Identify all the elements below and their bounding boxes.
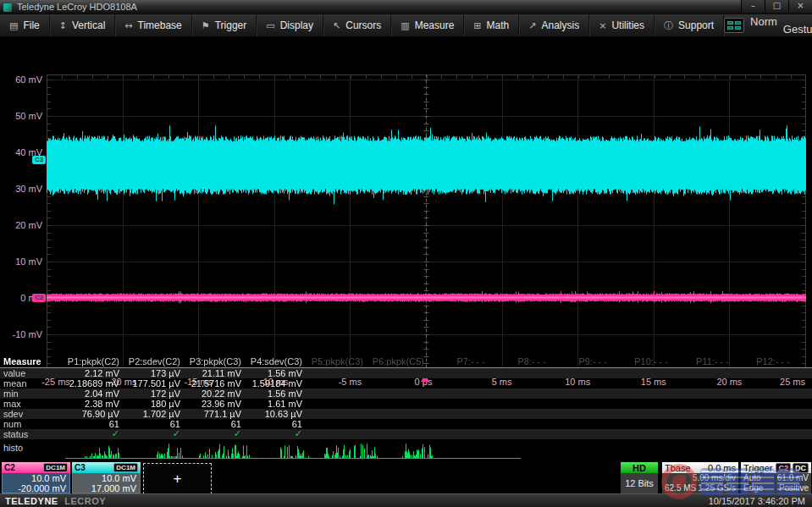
trigger-level: 61.0 mV <box>777 473 809 483</box>
close-icon[interactable]: × <box>788 0 812 13</box>
measure-cell <box>368 409 429 419</box>
measure-cell <box>429 368 490 378</box>
y-axis-tick-label: -10 mV <box>2 329 42 339</box>
y-axis-tick-label: 10 mV <box>2 256 42 267</box>
math-icon: ⊞ <box>473 20 481 31</box>
minimize-icon[interactable]: – <box>741 0 765 13</box>
measure-param-header[interactable]: P7:- - - <box>429 355 490 367</box>
measure-param-header[interactable]: P6:pkpk(C5) <box>368 355 429 367</box>
menu-item-analysis[interactable]: ↗Analysis <box>519 14 589 36</box>
c3-label: C3 <box>75 463 86 472</box>
measure-cell: 2.18689 mV <box>64 378 124 389</box>
trigger-source-badge: C2 <box>776 463 791 473</box>
measure-cell <box>307 368 368 378</box>
grid-display-button[interactable] <box>724 18 744 33</box>
hd-label: HD <box>621 462 658 473</box>
c2-label: C2 <box>4 463 15 472</box>
measure-row-mean: mean2.18689 mV177.501 µV21.5716 mV1.5918… <box>0 378 812 389</box>
measure-cell <box>429 419 490 429</box>
measure-cell <box>368 368 429 378</box>
clock: 10/15/2017 3:46:20 PM <box>709 496 812 506</box>
maximize-icon[interactable]: □ <box>765 0 788 13</box>
measure-cell <box>734 419 795 429</box>
menu-item-label: Display <box>280 19 313 31</box>
menu-item-timebase[interactable]: ↔Timebase <box>115 14 191 36</box>
measure-cell <box>307 429 368 439</box>
measure-row-label: num <box>0 419 64 429</box>
y-axis-tick-label: 20 mV <box>2 220 42 230</box>
analysis-icon: ↗ <box>528 20 536 31</box>
menu-item-trigger[interactable]: ⚑Trigger <box>192 14 257 36</box>
menu-item-vertical[interactable]: ↕Vertical <box>50 14 116 36</box>
menu-item-display[interactable]: ▭Display <box>257 14 323 36</box>
measure-param-header[interactable]: P12:- - - <box>734 355 795 367</box>
menu-item-math[interactable]: ⊞Math <box>464 14 519 36</box>
measure-cell <box>734 409 795 419</box>
hd-bits: 12 Bits <box>621 473 658 493</box>
c2-level-marker[interactable]: C2 <box>32 294 46 302</box>
c2-coupling-badge: DC1M <box>43 463 68 472</box>
menu-item-utilities[interactable]: ×Utilities <box>589 14 655 36</box>
trigger-label: Trigger <box>743 463 772 473</box>
menu-item-label: Utilities <box>611 19 644 31</box>
brand-lecroy: LECROY <box>64 496 106 506</box>
measure-cell <box>368 429 429 439</box>
measure-cell <box>551 419 612 429</box>
measure-param-header[interactable]: P5:pkpk(C3) <box>307 355 368 367</box>
channel-descriptor-c3[interactable]: C3 DC1M 10.0 mV 17.000 mV <box>72 462 141 493</box>
measure-cell <box>612 419 673 429</box>
trigger-box[interactable]: Trigger C2 DC Auto 61.0 mV Edge Positive <box>741 462 811 493</box>
timebase-box[interactable]: Tbase 0.0 ms 5.00 ms/div 62.5 MS 1.25 GS… <box>662 462 738 493</box>
menu-item-file[interactable]: ▤File <box>0 14 50 36</box>
measure-cell: 1.56 mV <box>246 368 307 378</box>
measure-cell <box>551 409 612 419</box>
trigger-mode: Auto <box>743 473 761 483</box>
menu-right-controls: Norm Gesture Undo ↶ <box>724 16 812 36</box>
channel-descriptor-c2[interactable]: C2 DC1M 10.0 mV -20.000 mV <box>2 462 70 493</box>
brand-logo: TELEDYNE LECROY <box>0 496 106 506</box>
measure-icon: ▥ <box>400 20 409 31</box>
measure-cell <box>734 368 795 378</box>
measure-cell: ✓ <box>246 429 307 439</box>
measure-cell <box>307 389 368 399</box>
hd-mode-box[interactable]: HD 12 Bits <box>621 462 658 493</box>
measure-param-header[interactable]: P9:- - - <box>551 355 612 367</box>
measure-row-sdev: sdev76.90 µV1.702 µV771.1 µV10.63 µV <box>0 409 812 419</box>
measure-param-header[interactable]: P1:pkpk(C2) <box>64 355 124 367</box>
measure-cell: 76.90 µV <box>64 409 124 419</box>
app-icon <box>3 3 12 12</box>
waveform-canvas[interactable] <box>47 74 806 375</box>
y-axis-tick-label: 60 mV <box>2 74 42 85</box>
trigger-coupling-badge: DC <box>793 463 809 473</box>
measure-cell: 177.501 µV <box>124 378 185 389</box>
measure-cell: 1.702 µV <box>124 409 185 419</box>
y-axis-tick-label: 50 mV <box>2 111 42 121</box>
measure-cell <box>673 378 734 389</box>
add-channel-button[interactable]: + <box>143 463 212 494</box>
measure-param-header[interactable]: P4:sdev(C3) <box>246 355 307 367</box>
measure-cell: 1.61 mV <box>246 399 307 409</box>
measure-param-header[interactable]: P3:pkpk(C3) <box>185 355 246 367</box>
timebase-rate: 1.25 GS/s <box>699 483 736 493</box>
measure-param-header[interactable]: P11:- - - <box>673 355 734 367</box>
menu-item-support[interactable]: ⓘSupport <box>655 14 724 36</box>
measure-cell: 21.11 mV <box>185 368 246 378</box>
measure-cell: 1.59184 mV <box>246 378 307 389</box>
waveform-grid[interactable]: 60 mV50 mV40 mV30 mV20 mV10 mV0 mV-10 mV… <box>0 36 812 339</box>
measure-cell <box>368 399 429 409</box>
measure-param-header[interactable]: P2:sdev(C2) <box>124 355 185 367</box>
measure-cell: 10.63 µV <box>246 409 307 419</box>
timebase-scale: 5.00 ms/div <box>665 473 736 483</box>
measure-param-header[interactable]: P10:- - - <box>612 355 673 367</box>
menu-item-measure[interactable]: ▥Measure <box>391 14 464 36</box>
measure-param-header[interactable]: P8:- - - <box>490 355 551 367</box>
menu-item-cursors[interactable]: ↖Cursors <box>323 14 391 36</box>
menu-item-label: File <box>23 19 39 31</box>
measure-cell: ✓ <box>185 429 246 439</box>
c3-level-marker[interactable]: C3 <box>32 156 46 164</box>
measure-cell: 173 µV <box>124 368 185 378</box>
measure-cell <box>551 389 612 399</box>
measure-cell <box>612 409 673 419</box>
measure-cell: 2.04 mV <box>64 389 124 399</box>
measure-cell <box>490 368 551 378</box>
